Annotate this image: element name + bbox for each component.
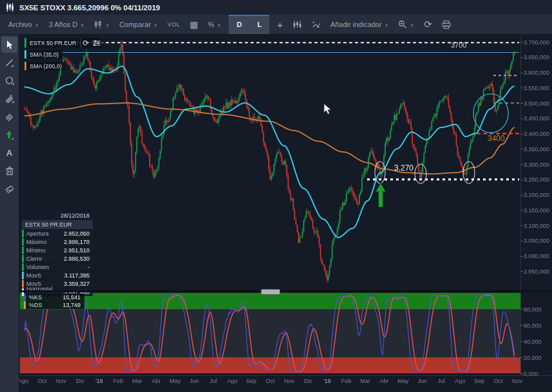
- price-tick-label: 3.000,000: [524, 253, 549, 259]
- add-indicator-button[interactable]: Añadir indicador▼: [326, 18, 393, 31]
- delete-drawings-button[interactable]: [1, 163, 17, 179]
- price-tick-label: 3.700,000: [524, 39, 549, 46]
- text-icon: A: [6, 148, 12, 158]
- oscillator-series-label: %DS: [29, 302, 62, 308]
- grid-settings-button[interactable]: ▦: [186, 17, 203, 32]
- text-tool-button[interactable]: A: [1, 145, 17, 161]
- zoom-button[interactable]: ▼: [394, 17, 419, 32]
- interval-long-button[interactable]: L: [249, 15, 269, 34]
- eraser-icon: [5, 185, 14, 193]
- row-color-bar: [22, 247, 24, 254]
- chart-canvas[interactable]: [0, 0, 552, 392]
- row-color-bar: [22, 230, 24, 238]
- annotation-3400-text[interactable]: 3400: [488, 134, 505, 143]
- price-tick-label: 3.650,000: [524, 54, 549, 61]
- percent-scale-button[interactable]: %▼: [204, 18, 226, 31]
- time-axis-month-label: Jul: [437, 378, 445, 384]
- interval-daily-button[interactable]: D: [229, 15, 249, 34]
- row-value: 2.986,530: [64, 256, 93, 262]
- series-color-bar: [24, 301, 26, 309]
- sma-slow-legend-chip[interactable]: SMA (200,0): [24, 62, 66, 70]
- chevron-down-icon: ▼: [35, 23, 39, 28]
- row-color-bar: [22, 238, 24, 246]
- ellipse-tool-button[interactable]: [1, 73, 17, 89]
- time-axis-month-label: Dic: [76, 378, 84, 384]
- price-tick-label: 3.350,000: [524, 146, 549, 153]
- data-window-row: Apertura2.952,050: [22, 229, 93, 238]
- cursor-icon: [6, 41, 14, 50]
- chevron-down-icon: ▼: [410, 23, 414, 28]
- compare-zigzag-button[interactable]: [307, 18, 325, 32]
- oscillator-tick-label: 0,000: [524, 371, 538, 377]
- time-axis-month-label: Nov: [512, 378, 522, 384]
- trend-line-tool-button[interactable]: [1, 55, 17, 71]
- row-label: Mínimo: [26, 247, 64, 254]
- series-color-bar: [24, 50, 26, 59]
- time-axis-month-label: '18: [95, 378, 103, 384]
- series-color-bar: [24, 294, 26, 301]
- add-line-button[interactable]: +: [272, 17, 287, 33]
- annotation-3270-text[interactable]: 3.270: [394, 163, 414, 173]
- trading-app-window: SX5E STOXX 3.665,20996 0% 04/11/2019 Arc…: [0, 0, 552, 392]
- zigzag-arrows-icon: [312, 21, 321, 29]
- data-window-row: Máximo2.996,170: [22, 238, 93, 246]
- pitchfork-tool-button[interactable]: [1, 91, 17, 107]
- refresh-button[interactable]: ⟳: [419, 16, 437, 33]
- price-tick-label: 3.300,000: [524, 162, 549, 168]
- trash-icon: [6, 167, 14, 175]
- pane-divider-handle[interactable]: [261, 289, 280, 295]
- parallel-lines-icon: [5, 113, 14, 121]
- format-sliders-icon[interactable]: [93, 40, 100, 46]
- oscillator-legend-chip[interactable]: %DS13,749: [24, 301, 84, 309]
- price-tick-label: 3.100,000: [524, 223, 549, 229]
- volume-button[interactable]: VOL: [163, 19, 185, 30]
- compare-button[interactable]: Comparar▼: [115, 18, 162, 31]
- annotation-3700-text[interactable]: 3700: [451, 41, 466, 49]
- oscillator-series-label: %KS: [29, 294, 62, 301]
- toolbar: Archivo▼ 3 Años D▼ ▼ Comparar▼ VOL ▦ %▼ …: [0, 15, 552, 35]
- magnifier-plus-icon: [398, 20, 407, 29]
- series-color-bar: [24, 38, 26, 48]
- oscillator-tick-label: 40,000: [524, 339, 542, 345]
- row-color-bar: [22, 272, 24, 279]
- drawing-tools-sidebar: A: [0, 35, 19, 392]
- oscillator-tick-label: 60,000: [524, 322, 542, 329]
- price-tick-label: 3.550,000: [524, 85, 549, 91]
- series-color-bar: [24, 62, 26, 70]
- cursor-tool-button[interactable]: [1, 37, 17, 53]
- oscillator-series-value: 15,541: [62, 294, 81, 301]
- price-tick-label: 3.400,000: [524, 131, 549, 137]
- file-menu-button[interactable]: Archivo▼: [4, 18, 44, 31]
- chart-type-button[interactable]: ▼: [90, 18, 114, 31]
- candle-pattern-button[interactable]: [288, 18, 307, 31]
- time-axis-month-label: Nov: [56, 378, 66, 384]
- oscillator-legend-chip[interactable]: %KS15,541: [24, 294, 84, 301]
- symbol-legend-chip[interactable]: ESTX 50 PR.EUR: [24, 38, 81, 48]
- row-label: Máximo: [26, 239, 64, 245]
- time-axis-month-label: Mar: [132, 378, 142, 384]
- sma-slow-label: SMA (200,0): [30, 63, 62, 70]
- pane-divider[interactable]: [19, 290, 552, 292]
- oscillator-series-value: 13,749: [62, 302, 81, 308]
- time-axis-month-label: Sep: [246, 378, 256, 384]
- arrow-mark-up-tool-button[interactable]: [1, 127, 17, 143]
- parallel-lines-tool-button[interactable]: [1, 109, 17, 125]
- price-tick-label: 3.500,000: [524, 100, 549, 107]
- time-axis-month-label: Jun: [417, 378, 427, 384]
- price-tick-label: 2.950,000: [524, 268, 549, 275]
- sma-fast-legend-chip[interactable]: SMA (35,0): [24, 50, 62, 59]
- row-label: MovS: [26, 272, 64, 279]
- row-color-bar: [22, 280, 24, 288]
- oscillator-legend: %KS15,541%DS13,749: [24, 294, 84, 309]
- print-button[interactable]: [437, 18, 455, 32]
- range-interval-button[interactable]: 3 Años D▼: [44, 18, 90, 31]
- time-axis-month-label: Jul: [209, 378, 217, 384]
- row-value: 3.117,395: [64, 272, 93, 279]
- price-tick-label: 3.450,000: [524, 115, 549, 122]
- row-label: Apertura: [26, 230, 64, 237]
- refresh-icon[interactable]: ⟳: [83, 39, 90, 48]
- eraser-tool-button[interactable]: [1, 181, 17, 197]
- price-tick-label: 3.250,000: [524, 176, 549, 183]
- row-value: 2.996,170: [64, 239, 93, 245]
- symbol-name: ESTX 50 PR.EUR: [30, 40, 77, 46]
